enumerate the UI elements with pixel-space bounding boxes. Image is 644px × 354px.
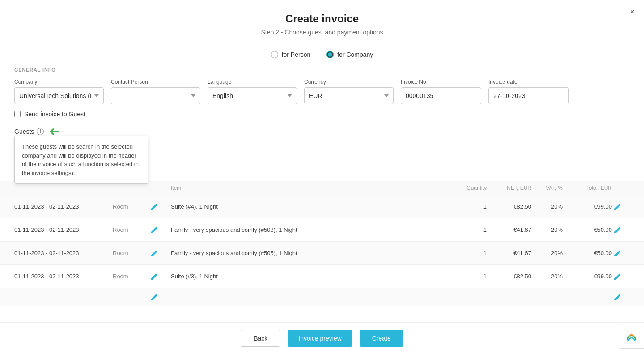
general-info-label: GENERAL INFO — [0, 63, 644, 75]
radio-person-label: for Person — [282, 51, 311, 58]
invoice-no-label: Invoice No. — [401, 79, 481, 85]
currency-label: Currency — [304, 79, 394, 85]
back-button[interactable]: Back — [241, 330, 280, 347]
form-row: Company UniversalTech Solutions (B… Cont… — [0, 75, 644, 107]
row1-edit-button[interactable] — [148, 201, 159, 212]
guests-row: Guests i ➜ These guests will be search i… — [0, 121, 644, 141]
row4-dates: 01-11-2023 - 02-11-2023 — [14, 273, 113, 280]
table-row: 01-11-2023 - 02-11-2023 Room Suite (#3),… — [0, 265, 644, 288]
send-invoice-checkbox[interactable] — [14, 111, 21, 117]
modal-container: × Create invoice Step 2 - Choose guest a… — [0, 0, 644, 354]
row2-total: €50.00 — [563, 226, 612, 233]
radio-for-company[interactable]: for Company — [326, 51, 373, 58]
table-body: 01-11-2023 - 02-11-2023 Room Suite (#4),… — [0, 195, 644, 306]
row1-item: Suite (#4), 1 Night — [171, 203, 446, 210]
footer-buttons: Back Invoice preview Create — [0, 322, 644, 354]
row2-action-button[interactable] — [612, 225, 623, 235]
row4-edit-left — [148, 271, 171, 282]
close-button[interactable]: × — [630, 7, 635, 16]
row1-dates: 01-11-2023 - 02-11-2023 — [14, 203, 113, 210]
modal-header: Create invoice Step 2 - Choose guest and… — [0, 0, 644, 43]
row1-edit-left — [148, 201, 171, 212]
guests-tooltip: These guests will be search in the selec… — [14, 136, 148, 184]
th-edit — [148, 185, 171, 191]
language-group: Language English — [208, 79, 297, 104]
row4-type: Room — [113, 273, 148, 280]
row4-vat: 20% — [531, 273, 563, 280]
th-quantity: Quantity — [446, 185, 487, 191]
invoice-date-label: Invoice date — [488, 79, 569, 85]
row1-edit-right — [612, 201, 630, 212]
invoice-date-group: Invoice date — [488, 79, 569, 104]
language-label: Language — [208, 79, 297, 85]
row1-total: €99.00 — [563, 203, 612, 210]
th-item: Item — [171, 185, 446, 191]
contact-select[interactable] — [111, 87, 200, 104]
row3-edit-left — [148, 248, 171, 259]
row1-action-button[interactable] — [612, 201, 623, 212]
row3-total: €50.00 — [563, 250, 612, 256]
row5-action-button[interactable] — [612, 292, 623, 303]
row2-vat: 20% — [531, 226, 563, 233]
row2-qty: 1 — [446, 226, 487, 233]
table-row: 01-11-2023 - 02-11-2023 Room Suite (#4),… — [0, 195, 644, 218]
company-label: Company — [14, 79, 104, 85]
guests-label: Guests — [14, 128, 34, 135]
th-vat: VAT, % — [531, 185, 563, 191]
company-select[interactable]: UniversalTech Solutions (B… — [14, 87, 104, 104]
row3-vat: 20% — [531, 250, 563, 256]
row2-edit-right — [612, 225, 630, 235]
row2-item: Family - very spacious and comfy (#508),… — [171, 226, 446, 233]
invoice-table: Item Quantity NET, EUR VAT, % Total, EUR… — [0, 181, 644, 306]
radio-person-input[interactable] — [271, 51, 278, 58]
row5-edit-button[interactable] — [148, 292, 159, 303]
row3-edit-right — [612, 248, 630, 259]
row3-edit-button[interactable] — [148, 248, 159, 259]
logo-widget — [619, 324, 644, 349]
row4-item: Suite (#3), 1 Night — [171, 273, 446, 280]
radio-for-person[interactable]: for Person — [271, 51, 311, 58]
invoice-no-input[interactable] — [401, 87, 481, 104]
modal-subtitle: Step 2 - Choose guest and payment option… — [0, 29, 644, 36]
app-logo — [624, 329, 639, 343]
row4-total: €99.00 — [563, 273, 612, 280]
th-type — [113, 185, 148, 191]
create-button[interactable]: Create — [360, 330, 403, 347]
contact-label: Contact Person — [111, 79, 200, 85]
send-invoice-row: Send invoice to Guest — [0, 107, 644, 121]
row3-item: Family - very spacious and comfy (#505),… — [171, 250, 446, 256]
invoice-date-input[interactable] — [488, 87, 569, 104]
tooltip-text: These guests will be search in the selec… — [22, 143, 139, 176]
row2-edit-button[interactable] — [148, 225, 159, 235]
radio-company-label: for Company — [337, 51, 373, 58]
table-row-partial — [0, 288, 644, 306]
language-select[interactable]: English — [208, 87, 297, 104]
row2-dates: 01-11-2023 - 02-11-2023 — [14, 226, 113, 233]
th-net: NET, EUR — [487, 185, 531, 191]
row1-net: €82.50 — [487, 203, 531, 210]
invoice-no-group: Invoice No. — [401, 79, 481, 104]
row3-action-button[interactable] — [612, 248, 623, 259]
row4-edit-right — [612, 271, 630, 282]
row3-type: Room — [113, 250, 148, 256]
row4-net: €82.50 — [487, 273, 531, 280]
contact-person-group: Contact Person — [111, 79, 200, 104]
row2-edit-left — [148, 225, 171, 235]
th-dates — [14, 185, 113, 191]
currency-group: Currency EUR — [304, 79, 394, 104]
send-invoice-label: Send invoice to Guest — [24, 111, 85, 118]
row3-net: €41.67 — [487, 250, 531, 256]
row2-type: Room — [113, 226, 148, 233]
row4-qty: 1 — [446, 273, 487, 280]
company-group: Company UniversalTech Solutions (B… — [14, 79, 104, 104]
row4-edit-button[interactable] — [148, 271, 159, 282]
row5-edit-right — [612, 292, 630, 303]
invoice-preview-button[interactable]: Invoice preview — [288, 330, 352, 347]
currency-select[interactable]: EUR — [304, 87, 394, 104]
guests-info-icon[interactable]: i — [37, 128, 44, 135]
row4-action-button[interactable] — [612, 271, 623, 282]
row1-type: Room — [113, 203, 148, 210]
modal-title: Create invoice — [0, 13, 644, 25]
invoice-type-radio-group: for Person for Company — [0, 51, 644, 58]
radio-company-input[interactable] — [326, 51, 334, 58]
